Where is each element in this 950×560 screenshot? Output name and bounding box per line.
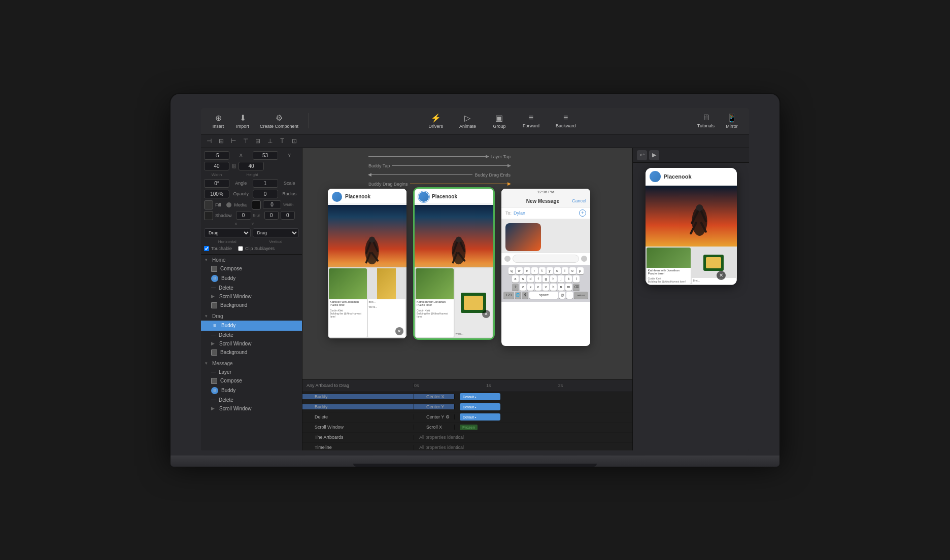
- msg-scroll-item[interactable]: ▶ Scroll Window: [201, 404, 302, 413]
- message-input-bar[interactable]: [501, 252, 590, 265]
- align-extra-button[interactable]: ⊡: [289, 136, 299, 146]
- key-s[interactable]: s: [520, 275, 526, 283]
- align-top-button[interactable]: ⊤: [241, 136, 251, 146]
- forward-button[interactable]: ≡ Forward: [519, 111, 544, 130]
- msg-buddy-item[interactable]: B Buddy: [201, 386, 302, 396]
- canvas-area[interactable]: ▶ Layer Tap Buddy Tap ▶: [302, 148, 632, 379]
- key-y[interactable]: y: [547, 267, 553, 274]
- align-left-button[interactable]: ⊣: [204, 136, 214, 146]
- clip-sublayers-checkbox[interactable]: [238, 246, 243, 251]
- home-scroll-item[interactable]: ▶ Scroll Window: [201, 292, 302, 301]
- key-i[interactable]: i: [562, 267, 568, 274]
- key-period[interactable]: .: [566, 292, 572, 299]
- stroke-swatch[interactable]: [252, 200, 261, 209]
- y-input[interactable]: [253, 151, 278, 160]
- key-z[interactable]: z: [520, 284, 526, 291]
- insert-button[interactable]: ⊕ Insert: [207, 111, 229, 131]
- key-f[interactable]: f: [535, 275, 541, 283]
- height-input[interactable]: [239, 162, 264, 170]
- artboard-2[interactable]: Placenook: [415, 189, 493, 338]
- stroke-width-input[interactable]: [263, 200, 281, 209]
- radius-input[interactable]: [253, 190, 278, 198]
- key-globe[interactable]: 🌐: [515, 292, 521, 299]
- artboard-1-close[interactable]: ✕: [395, 327, 403, 335]
- key-return[interactable]: return: [574, 292, 588, 299]
- fill-swatch[interactable]: [204, 200, 213, 209]
- blur-input[interactable]: [236, 211, 251, 220]
- align-hcenter-button[interactable]: ⊟: [216, 136, 226, 146]
- add-recipient-button[interactable]: +: [579, 209, 586, 217]
- msg-layer-item[interactable]: — Layer: [201, 368, 302, 376]
- opacity-input[interactable]: [204, 190, 229, 198]
- msg-delete-item[interactable]: — Delete: [201, 396, 302, 404]
- key-v[interactable]: v: [542, 284, 549, 291]
- drag-delete-item[interactable]: — Delete: [201, 331, 302, 339]
- artboard-2-close[interactable]: ✕: [482, 310, 490, 318]
- tutorials-button[interactable]: 🖥 Tutorials: [693, 111, 719, 130]
- key-c[interactable]: c: [535, 284, 541, 291]
- key-b[interactable]: b: [550, 284, 557, 291]
- angle-input[interactable]: [204, 179, 229, 188]
- key-123[interactable]: 123: [503, 292, 514, 299]
- key-at[interactable]: @: [559, 292, 565, 299]
- video-button[interactable]: ▶: [649, 150, 659, 160]
- artboard-1[interactable]: Placenook: [328, 189, 406, 338]
- home-buddy-item[interactable]: B Buddy: [201, 273, 302, 284]
- preview-close-button[interactable]: ✕: [717, 271, 726, 280]
- key-p[interactable]: p: [577, 267, 584, 274]
- create-component-button[interactable]: ⚙ Create Component: [256, 111, 302, 131]
- key-g[interactable]: g: [542, 275, 549, 283]
- width-input[interactable]: [204, 162, 229, 170]
- key-t[interactable]: t: [539, 267, 546, 274]
- key-j[interactable]: j: [558, 275, 564, 283]
- touchable-checkbox[interactable]: [204, 246, 209, 251]
- home-delete-item[interactable]: — Delete: [201, 284, 302, 292]
- key-u[interactable]: u: [554, 267, 561, 274]
- align-right-button[interactable]: ⊢: [228, 136, 239, 146]
- home-group-header[interactable]: ▾ Home: [201, 256, 302, 264]
- mirror-button[interactable]: 📱 Mirror: [721, 111, 743, 131]
- vertical-select[interactable]: Drag Fixed: [253, 228, 299, 237]
- group-button[interactable]: ▣ Group: [488, 111, 511, 131]
- align-vcenter-button[interactable]: ⊟: [253, 136, 263, 146]
- align-bottom-button[interactable]: ⊥: [265, 136, 275, 146]
- artboard-3[interactable]: 12:36 PM New Message Cancel: [501, 189, 590, 346]
- key-space[interactable]: space: [529, 292, 558, 299]
- key-a[interactable]: a: [512, 275, 519, 283]
- cancel-button[interactable]: Cancel: [572, 198, 586, 203]
- key-w[interactable]: w: [516, 267, 523, 274]
- x-input[interactable]: [204, 151, 229, 160]
- shadow-swatch[interactable]: [204, 211, 213, 220]
- shadow-y-input[interactable]: [281, 211, 295, 220]
- key-m[interactable]: m: [565, 284, 572, 291]
- undo-button[interactable]: ↩: [637, 150, 647, 160]
- home-background-item[interactable]: Background: [201, 301, 302, 310]
- key-h[interactable]: h: [550, 275, 557, 283]
- import-button[interactable]: ⬇ Import: [231, 111, 254, 131]
- key-r[interactable]: r: [531, 267, 538, 274]
- key-shift[interactable]: ⇧: [512, 284, 519, 291]
- text-input-field[interactable]: [513, 255, 579, 263]
- message-group-header[interactable]: ▾ Message: [201, 359, 302, 368]
- animate-button[interactable]: ▷ Animate: [455, 111, 480, 131]
- drag-background-item[interactable]: Background: [201, 348, 302, 357]
- align-text-button[interactable]: T: [277, 136, 287, 146]
- msg-compose-item[interactable]: Compose: [201, 376, 302, 386]
- key-l[interactable]: l: [573, 275, 580, 283]
- drag-scroll-item[interactable]: ▶ Scroll Window: [201, 339, 302, 348]
- drag-buddy-item[interactable]: B Buddy: [201, 321, 302, 331]
- key-backspace[interactable]: ⌫: [573, 284, 580, 291]
- key-e[interactable]: e: [524, 267, 530, 274]
- key-d[interactable]: d: [527, 275, 534, 283]
- drag-group-header[interactable]: ▾ Drag: [201, 312, 302, 321]
- key-x[interactable]: x: [527, 284, 534, 291]
- scale-input[interactable]: [253, 179, 278, 188]
- key-o[interactable]: o: [569, 267, 576, 274]
- drivers-button[interactable]: ⚡ Drivers: [424, 111, 447, 131]
- key-q[interactable]: q: [508, 267, 515, 274]
- backward-button[interactable]: ≡ Backward: [552, 111, 580, 130]
- home-compose-item[interactable]: Compose: [201, 264, 302, 273]
- key-n[interactable]: n: [558, 284, 564, 291]
- horizontal-select[interactable]: Drag Fixed: [204, 228, 251, 237]
- key-k[interactable]: k: [565, 275, 572, 283]
